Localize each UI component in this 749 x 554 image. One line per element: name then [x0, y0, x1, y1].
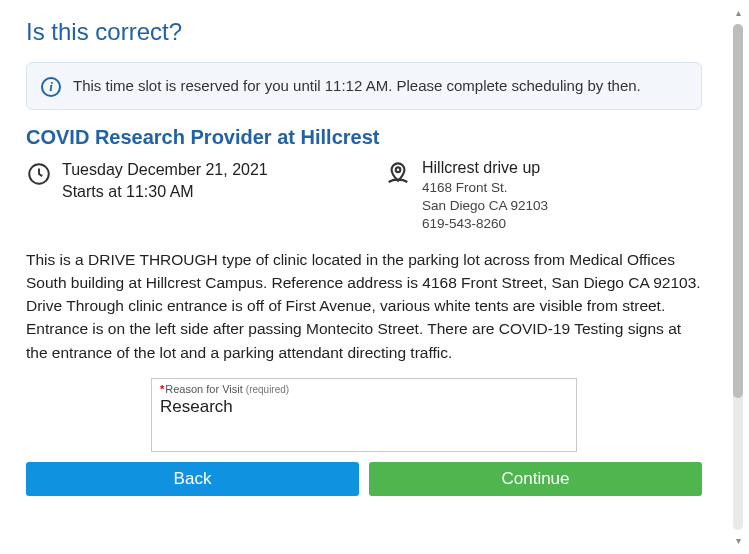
appointment-date: Tuesday December 21, 2021 [62, 159, 268, 181]
reason-for-visit-field[interactable]: *Reason for Visit (required) [151, 378, 577, 452]
location-address2: San Diego CA 92103 [422, 197, 548, 215]
scrollbar-track[interactable] [733, 24, 743, 530]
info-icon: i [41, 77, 61, 97]
reason-label: *Reason for Visit (required) [160, 383, 568, 395]
appointment-time: Starts at 11:30 AM [62, 181, 268, 203]
clinic-description: This is a DRIVE THROUGH type of clinic l… [26, 248, 702, 364]
svg-point-1 [396, 167, 401, 172]
scrollbar-thumb[interactable] [733, 24, 743, 398]
location-block: Hillcrest drive up 4168 Front St. San Di… [384, 159, 702, 234]
scroll-up-arrow[interactable]: ▴ [733, 8, 743, 18]
alert-text: This time slot is reserved for you until… [73, 75, 641, 97]
back-button[interactable]: Back [26, 462, 359, 496]
clinic-name: COVID Research Provider at Hillcrest [26, 126, 702, 149]
continue-button[interactable]: Continue [369, 462, 702, 496]
clock-icon [26, 159, 52, 191]
location-address1: 4168 Front St. [422, 179, 548, 197]
page-title: Is this correct? [0, 0, 720, 58]
location-phone: 619-543-8260 [422, 215, 548, 233]
reservation-alert: i This time slot is reserved for you unt… [26, 62, 702, 110]
location-name: Hillcrest drive up [422, 159, 548, 177]
scroll-down-arrow[interactable]: ▾ [733, 536, 743, 546]
reason-input[interactable] [160, 395, 568, 439]
required-asterisk: * [160, 383, 164, 395]
location-icon [384, 159, 412, 193]
appointment-time-block: Tuesday December 21, 2021 Starts at 11:3… [26, 159, 344, 234]
